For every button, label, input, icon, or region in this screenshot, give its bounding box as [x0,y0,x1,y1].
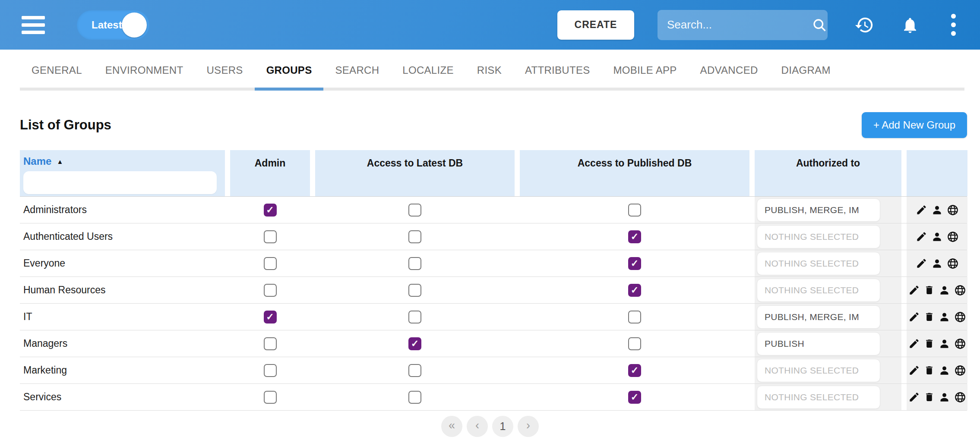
group-permissions-globe-icon[interactable] [954,284,966,296]
tab-label: ATTRIBUTES [525,64,590,76]
search-icon[interactable] [812,17,827,33]
history-icon[interactable] [854,15,874,35]
admin-checkbox[interactable]: ✓ [264,204,277,217]
tab-attributes[interactable]: ATTRIBUTES [513,64,602,91]
search-input[interactable] [667,18,812,31]
latest-db-checkbox[interactable]: ✓ [408,311,421,324]
admin-checkbox[interactable]: ✓ [264,391,277,404]
pagination-page-1[interactable]: 1 [492,416,513,437]
tab-search[interactable]: SEARCH [323,64,391,91]
group-members-icon[interactable] [931,231,943,242]
delete-group-icon[interactable] [924,311,935,323]
pagination-next-button[interactable]: › [518,416,539,437]
edit-group-icon[interactable] [908,364,920,376]
tab-users[interactable]: USERS [195,64,254,91]
group-name: Marketing [20,357,225,383]
group-members-icon[interactable] [939,391,950,403]
latest-db-checkbox[interactable]: ✓ [408,337,421,350]
tab-localize[interactable]: LOCALIZE [391,64,465,91]
tab-general[interactable]: GENERAL [20,64,94,91]
table-row: Human Resources ✓ ✓ ✓ NOTHING SELECTED [20,277,967,304]
group-permissions-globe-icon[interactable] [954,364,966,377]
published-db-checkbox[interactable]: ✓ [628,257,641,270]
published-db-checkbox[interactable]: ✓ [628,364,641,377]
authorized-to-select[interactable]: NOTHING SELECTED [757,252,880,275]
group-permissions-globe-icon[interactable] [954,311,966,323]
more-options-kebab-icon[interactable] [948,12,959,38]
delete-group-icon[interactable] [924,364,935,376]
group-permissions-globe-icon[interactable] [947,258,959,270]
latest-db-checkbox[interactable]: ✓ [408,284,421,297]
published-db-checkbox[interactable]: ✓ [628,337,641,350]
tab-environment[interactable]: ENVIRONMENT [94,64,195,91]
edit-group-icon[interactable] [916,204,927,216]
edit-group-icon[interactable] [908,338,920,349]
group-permissions-globe-icon[interactable] [954,338,966,350]
create-button[interactable]: CREATE [557,10,634,40]
pagination-prev-button[interactable]: ‹ [467,416,488,437]
latest-toggle[interactable]: Latest [77,10,149,40]
edit-group-icon[interactable] [916,231,927,242]
authorized-to-select[interactable]: NOTHING SELECTED [757,279,880,302]
published-db-checkbox[interactable]: ✓ [628,391,641,404]
edit-group-icon[interactable] [916,258,927,269]
group-members-icon[interactable] [939,364,950,376]
published-db-checkbox[interactable]: ✓ [628,204,641,217]
published-db-checkbox[interactable]: ✓ [628,284,641,297]
admin-cell: ✓ [230,330,310,357]
authorized-to-cell: PUBLISH, MERGE, IM [755,197,901,223]
tab-advanced[interactable]: ADVANCED [689,64,770,91]
tab-mobile-app[interactable]: MOBILE APP [602,64,689,91]
published-db-checkbox[interactable]: ✓ [628,311,641,324]
hamburger-menu-icon[interactable] [22,16,45,34]
delete-group-icon[interactable] [924,284,935,296]
latest-db-checkbox[interactable]: ✓ [408,204,421,217]
tab-diagram[interactable]: DIAGRAM [770,64,842,91]
latest-db-checkbox[interactable]: ✓ [408,391,421,404]
group-members-icon[interactable] [931,204,943,216]
group-permissions-globe-icon[interactable] [954,391,966,403]
group-permissions-globe-icon[interactable] [947,204,959,216]
admin-checkbox[interactable]: ✓ [264,364,277,377]
authorized-to-cell: NOTHING SELECTED [755,357,901,383]
pagination-first-button[interactable]: « [441,416,462,437]
latest-db-checkbox[interactable]: ✓ [408,364,421,377]
latest-db-checkbox[interactable]: ✓ [408,257,421,270]
row-actions [907,330,967,357]
group-members-icon[interactable] [939,284,950,296]
published-db-cell: ✓ [520,250,749,276]
authorized-to-select[interactable]: PUBLISH [757,332,880,355]
tab-groups[interactable]: GROUPS [255,64,324,91]
group-permissions-globe-icon[interactable] [947,231,959,243]
edit-group-icon[interactable] [908,391,920,403]
admin-checkbox[interactable]: ✓ [264,257,277,270]
content-header: List of Groups + Add New Group [0,91,980,150]
table-body: Administrators ✓ ✓ ✓ PUBLISH, MERGE, IM … [20,196,967,411]
tab-risk[interactable]: RISK [465,64,513,91]
group-members-icon[interactable] [931,258,943,269]
group-members-icon[interactable] [939,311,950,323]
edit-group-icon[interactable] [908,284,920,296]
authorized-to-select[interactable]: NOTHING SELECTED [757,386,880,409]
name-sort-control[interactable]: Name ▲ [23,155,225,167]
admin-checkbox[interactable]: ✓ [264,230,277,243]
admin-checkbox[interactable]: ✓ [264,311,277,324]
delete-group-icon[interactable] [924,391,935,403]
column-header-name: Name ▲ [20,150,225,196]
published-db-cell: ✓ [520,384,749,410]
delete-group-icon[interactable] [924,338,935,349]
authorized-to-select[interactable]: NOTHING SELECTED [757,359,880,382]
notifications-bell-icon[interactable] [901,15,919,35]
group-members-icon[interactable] [939,338,950,349]
authorized-to-select[interactable]: PUBLISH, MERGE, IM [757,305,880,329]
name-filter-input[interactable] [23,171,217,194]
published-db-checkbox[interactable]: ✓ [628,230,641,243]
authorized-to-select[interactable]: NOTHING SELECTED [757,225,880,248]
edit-group-icon[interactable] [908,311,920,323]
authorized-to-select[interactable]: PUBLISH, MERGE, IM [757,198,880,222]
search-box[interactable] [658,10,828,40]
admin-checkbox[interactable]: ✓ [264,284,277,297]
latest-db-checkbox[interactable]: ✓ [408,230,421,243]
admin-checkbox[interactable]: ✓ [264,337,277,350]
add-new-group-button[interactable]: + Add New Group [862,112,967,138]
